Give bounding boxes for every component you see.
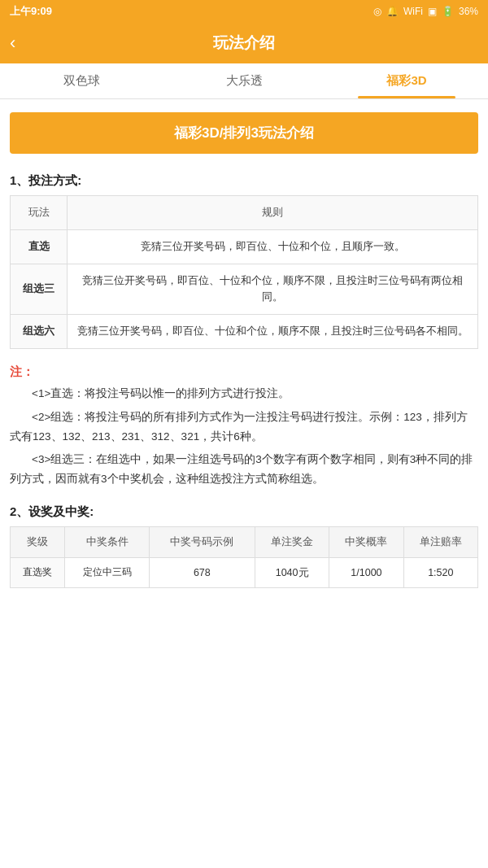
prize-col-probability: 中奖概率 [329, 526, 403, 557]
prize-ratio: 1:520 [403, 557, 477, 588]
play-name-组选三: 组选三 [11, 264, 68, 315]
status-time: 上午9:09 [10, 4, 52, 19]
prize-probability: 1/1000 [329, 557, 403, 588]
battery-percent: 36% [459, 6, 478, 17]
tab-bar: 双色球 大乐透 福彩3D [0, 63, 488, 99]
signal-icon: ▣ [428, 6, 437, 17]
col-header-玩法: 玩法 [11, 196, 68, 230]
banner-text: 福彩3D/排列3玩法介绍 [174, 125, 314, 141]
play-name-直选: 直选 [11, 229, 68, 264]
prize-example: 678 [149, 557, 255, 588]
note-body: <1>直选：将投注号码以惟一的排列方式进行投注。 <2>组选：将投注号码的所有排… [10, 384, 478, 489]
status-icons: ◎ 🔔 WiFi ▣ 🔋 36% [373, 6, 478, 17]
table-row: 直选奖 定位中三码 678 1040元 1/1000 1:520 [11, 557, 478, 588]
alarm-icon: ◎ [373, 6, 381, 17]
play-rule-直选: 竞猜三位开奖号码，即百位、十位和个位，且顺序一致。 [68, 229, 478, 264]
play-name-组选六: 组选六 [11, 315, 68, 349]
prize-amount: 1040元 [255, 557, 329, 588]
prize-col-prize: 单注奖金 [255, 526, 329, 557]
betting-table: 玩法 规则 直选 竞猜三位开奖号码，即百位、十位和个位，且顺序一致。 组选三 竞… [10, 195, 478, 349]
header-title: 玩法介绍 [213, 33, 275, 54]
note-line-2: <2>组选：将投注号码的所有排列方式作为一注投注号码进行投注。示例：123，排列… [10, 408, 478, 447]
prize-col-ratio: 单注赔率 [403, 526, 477, 557]
tab-大乐透[interactable]: 大乐透 [163, 63, 325, 98]
note-line-3: <3>组选三：在组选中，如果一注组选号码的3个数字有两个数字相同，则有3种不同的… [10, 450, 478, 490]
back-button[interactable]: ‹ [10, 33, 15, 54]
note-line-1: <1>直选：将投注号码以惟一的排列方式进行投注。 [10, 384, 478, 403]
prize-col-condition: 中奖条件 [65, 526, 149, 557]
note-title: 注： [10, 364, 34, 378]
table-row: 组选六 竞猜三位开奖号码，即百位、十位和个位，顺序不限，且投注时三位号码各不相同… [11, 315, 478, 349]
table-row: 组选三 竞猜三位开奖号码，即百位、十位和个位，顺序不限，且投注时三位号码有两位相… [11, 264, 478, 315]
section2-heading: 2、设奖及中奖: [0, 501, 488, 526]
prize-table: 奖级 中奖条件 中奖号码示例 单注奖金 中奖概率 单注赔率 直选奖 定位中三码 … [10, 526, 478, 589]
banner: 福彩3D/排列3玩法介绍 [10, 112, 478, 154]
section1-heading: 1、投注方式: [0, 165, 488, 195]
wifi-icon: WiFi [403, 6, 423, 17]
prize-level: 直选奖 [11, 557, 65, 588]
play-rule-组选三: 竞猜三位开奖号码，即百位、十位和个位，顺序不限，且投注时三位号码有两位相同。 [68, 264, 478, 315]
status-bar: 上午9:09 ◎ 🔔 WiFi ▣ 🔋 36% [0, 0, 488, 23]
prize-condition: 定位中三码 [65, 557, 149, 588]
mute-icon: 🔔 [386, 6, 399, 17]
play-rule-组选六: 竞猜三位开奖号码，即百位、十位和个位，顺序不限，且投注时三位号码各不相同。 [68, 315, 478, 349]
tab-福彩3D[interactable]: 福彩3D [325, 63, 488, 98]
col-header-规则: 规则 [68, 196, 478, 230]
prize-col-example: 中奖号码示例 [149, 526, 255, 557]
table-row: 直选 竞猜三位开奖号码，即百位、十位和个位，且顺序一致。 [11, 229, 478, 264]
note-section: 注： <1>直选：将投注号码以惟一的排列方式进行投注。 <2>组选：将投注号码的… [0, 349, 488, 501]
prize-col-level: 奖级 [11, 526, 65, 557]
battery-icon: 🔋 [442, 6, 454, 17]
tab-双色球[interactable]: 双色球 [0, 63, 163, 98]
header: ‹ 玩法介绍 [0, 23, 488, 63]
